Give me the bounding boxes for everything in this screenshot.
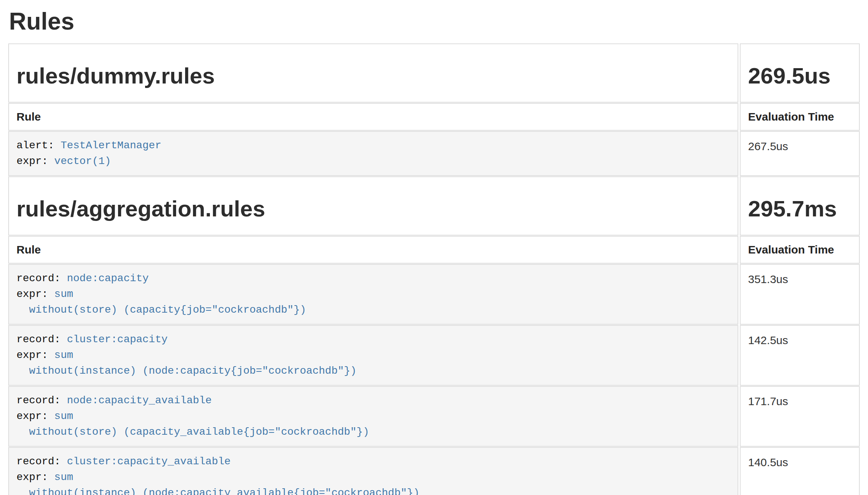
rule-code: record: node:capacity_available expr: su…: [16, 393, 730, 440]
rule-code: alert: TestAlertManager expr: vector(1): [16, 138, 730, 169]
rule-keyword: expr:: [16, 349, 54, 361]
rule-expression-link[interactable]: without(instance) (node:capacity{job="co…: [16, 365, 356, 377]
rule-eval-time: 267.5us: [740, 131, 860, 176]
rules-table: rules/dummy.rules269.5usRuleEvaluation T…: [8, 43, 860, 495]
rule-expression-link[interactable]: cluster:capacity: [67, 334, 168, 345]
rule-expression-link[interactable]: TestAlertManager: [61, 140, 162, 151]
eval-time-column-header: Evaluation Time: [740, 103, 860, 131]
rule-cell: record: cluster:capacity_available expr:…: [8, 447, 738, 495]
rule-cell: record: cluster:capacity expr: sum witho…: [8, 325, 738, 386]
rules-page: Rules rules/dummy.rules269.5usRuleEvalua…: [0, 8, 868, 495]
rule-group-total-eval-time: 269.5us: [740, 43, 860, 103]
rule-column-header: Rule: [8, 103, 738, 131]
rule-column-header: Rule: [8, 236, 738, 264]
page-title: Rules: [9, 8, 860, 34]
rule-expression-link[interactable]: sum: [54, 349, 73, 361]
rule-expression-link[interactable]: vector(1): [54, 155, 111, 167]
rule-keyword: expr:: [16, 288, 54, 300]
rule-code: record: cluster:capacity_available expr:…: [16, 454, 730, 495]
rule-keyword: alert:: [16, 140, 61, 151]
rule-cell: alert: TestAlertManager expr: vector(1): [8, 131, 738, 176]
rule-expression-link[interactable]: sum: [54, 288, 73, 300]
rule-expression-link[interactable]: without(store) (capacity_available{job="…: [16, 426, 369, 438]
rule-expression-link[interactable]: cluster:capacity_available: [67, 456, 230, 467]
rule-expression-link[interactable]: sum: [54, 471, 73, 483]
rule-expression-link[interactable]: without(instance) (node:capacity_availab…: [16, 487, 419, 495]
rule-eval-time: 351.3us: [740, 264, 860, 325]
rule-expression-link[interactable]: node:capacity: [67, 273, 148, 284]
rule-keyword: expr:: [16, 155, 54, 167]
rule-group-file-name: rules/aggregation.rules: [8, 176, 738, 236]
rule-keyword: expr:: [16, 471, 54, 483]
rule-expression-link[interactable]: node:capacity_available: [67, 395, 211, 406]
rule-cell: record: node:capacity expr: sum without(…: [8, 264, 738, 325]
rule-expression-link[interactable]: sum: [54, 410, 73, 422]
rule-eval-time: 171.7us: [740, 386, 860, 447]
rule-group-total-eval-time: 295.7ms: [740, 176, 860, 236]
rule-keyword: record:: [16, 395, 67, 406]
rule-keyword: record:: [16, 334, 67, 345]
eval-time-column-header: Evaluation Time: [740, 236, 860, 264]
rule-cell: record: node:capacity_available expr: su…: [8, 386, 738, 447]
rule-keyword: record:: [16, 273, 67, 284]
rule-eval-time: 142.5us: [740, 325, 860, 386]
rule-expression-link[interactable]: without(store) (capacity{job="cockroachd…: [16, 304, 306, 316]
rule-code: record: cluster:capacity expr: sum witho…: [16, 332, 730, 379]
rule-eval-time: 140.5us: [740, 447, 860, 495]
rule-group-file-name: rules/dummy.rules: [8, 43, 738, 103]
rule-code: record: node:capacity expr: sum without(…: [16, 271, 730, 318]
rule-keyword: expr:: [16, 410, 54, 422]
rule-keyword: record:: [16, 456, 67, 467]
